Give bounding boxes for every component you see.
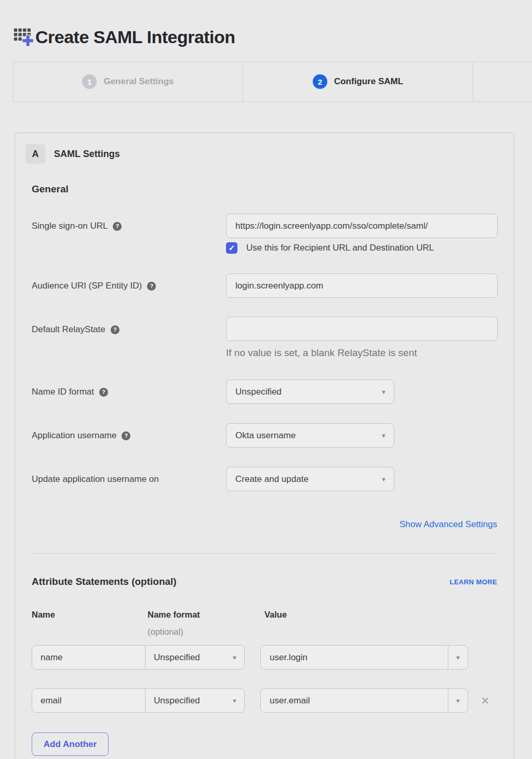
attr-name-input[interactable] (32, 646, 145, 669)
app-username-label: Application username ? (32, 430, 130, 441)
audience-uri-label: Audience URI (SP Entity ID) ? (32, 281, 156, 291)
relay-state-input[interactable] (226, 317, 498, 341)
page-header: Create SAML Integration (13, 26, 235, 48)
update-username-label: Update application username on (32, 474, 159, 485)
recipient-url-checkbox-row: ✓ Use this for Recipient URL and Destina… (226, 242, 434, 254)
recipient-url-checkbox[interactable]: ✓ (226, 242, 237, 254)
chevron-down-icon: ▼ (232, 655, 237, 661)
attr-format-select[interactable]: Unspecified ▼ (145, 689, 244, 712)
recipient-url-checkbox-label: Use this for Recipient URL and Destinati… (246, 243, 434, 253)
sso-url-label: Single sign-on URL ? (32, 221, 122, 231)
update-username-select[interactable]: Create and update ▼ (226, 467, 394, 491)
page-title: Create SAML Integration (35, 27, 235, 47)
col-header-optional: (optional) (148, 627, 183, 637)
attribute-row: Unspecified ▼ (32, 645, 245, 670)
name-id-format-select[interactable]: Unspecified ▼ (226, 379, 394, 404)
relay-state-helper-text: If no value is set, a blank RelayState i… (226, 347, 417, 359)
app-username-select[interactable]: Okta username ▼ (226, 423, 394, 448)
sso-url-help-icon[interactable]: ? (113, 222, 122, 231)
col-header-name-format: Name format (148, 610, 200, 620)
step-1-circle: 1 (82, 74, 97, 89)
add-another-button[interactable]: Add Another (32, 732, 109, 756)
chevron-down-icon: ▼ (232, 698, 237, 704)
tab-next-partial (473, 62, 532, 101)
chevron-down-icon[interactable]: ▼ (448, 689, 468, 712)
chevron-down-icon: ▼ (381, 476, 387, 482)
step-1-label: General Settings (103, 76, 174, 87)
sso-url-input[interactable] (226, 214, 498, 238)
remove-row-icon[interactable]: ✕ (478, 693, 493, 708)
app-username-help-icon[interactable]: ? (122, 431, 130, 440)
name-id-format-label: Name ID format ? (32, 387, 108, 397)
step-2-circle: 2 (313, 74, 327, 89)
wizard-steps: 1 General Settings 2 Configure SAML (13, 61, 532, 102)
learn-more-link[interactable]: LEARN MORE (450, 578, 497, 586)
attribute-statements-heading: Attribute Statements (optional) (32, 576, 177, 587)
audience-uri-help-icon[interactable]: ? (147, 282, 156, 291)
audience-uri-input[interactable] (226, 273, 498, 298)
attr-format-select[interactable]: Unspecified ▼ (145, 646, 244, 669)
general-section-heading: General (32, 184, 69, 195)
step-2-label: Configure SAML (334, 76, 403, 87)
name-id-format-help-icon[interactable]: ? (99, 388, 108, 397)
relay-state-label: Default RelayState ? (32, 324, 119, 335)
attribute-row: Unspecified ▼ (32, 688, 245, 713)
saml-settings-panel: A SAML Settings General Single sign-on U… (15, 133, 514, 759)
tab-general-settings[interactable]: 1 General Settings (14, 62, 243, 101)
col-header-value: Value (264, 610, 287, 620)
chevron-down-icon: ▼ (381, 433, 387, 439)
attr-value-combobox[interactable]: user.login ▼ (260, 645, 468, 670)
relay-state-help-icon[interactable]: ? (111, 325, 119, 334)
attr-value-combobox[interactable]: user.email ▼ (260, 688, 468, 713)
section-a-badge: A (25, 144, 45, 164)
panel-heading: SAML Settings (54, 149, 120, 160)
col-header-name: Name (32, 610, 55, 620)
show-advanced-settings-link[interactable]: Show Advanced Settings (400, 519, 497, 530)
add-application-icon (13, 26, 34, 48)
section-divider (32, 553, 497, 554)
tab-configure-saml[interactable]: 2 Configure SAML (243, 62, 473, 101)
attr-name-input[interactable] (32, 689, 145, 712)
chevron-down-icon: ▼ (381, 389, 387, 395)
chevron-down-icon[interactable]: ▼ (448, 646, 468, 669)
